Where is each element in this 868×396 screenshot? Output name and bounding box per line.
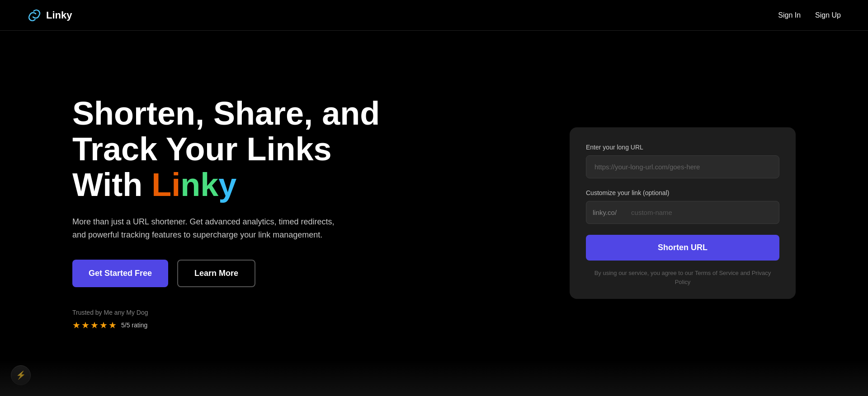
hero-buttons: Get Started Free Learn More [72, 260, 380, 287]
nav-links: Sign In Sign Up [778, 11, 841, 19]
logo[interactable]: Linky [27, 8, 72, 23]
long-url-input[interactable] [586, 155, 779, 178]
url-shortener-card: Enter your long URL Customize your link … [570, 127, 796, 299]
sign-up-link[interactable]: Sign Up [815, 11, 841, 19]
get-started-button[interactable]: Get Started Free [72, 260, 168, 287]
customize-row: linky.co/ [586, 201, 779, 224]
star-rating: ★★★★★ [72, 320, 118, 331]
hero-title: Shorten, Share, and Track Your Links Wit… [72, 96, 380, 203]
logo-icon [27, 8, 42, 23]
linky-brand-name: Linky [151, 167, 236, 203]
hero-description: More than just a URL shortener. Get adva… [72, 215, 335, 242]
navbar: Linky Sign In Sign Up [0, 0, 868, 31]
fab-button[interactable]: ⚡ [11, 365, 31, 385]
shorten-url-button[interactable]: Shorten URL [586, 235, 779, 261]
learn-more-button[interactable]: Learn More [177, 260, 255, 287]
logo-label: Linky [46, 9, 72, 21]
customize-label: Customize your link (optional) [586, 189, 779, 196]
long-url-label: Enter your long URL [586, 144, 779, 151]
hero-section: Shorten, Share, and Track Your Links Wit… [72, 96, 380, 331]
main-content: Shorten, Share, and Track Your Links Wit… [0, 31, 868, 396]
sign-in-link[interactable]: Sign In [778, 11, 801, 19]
url-card-container: Enter your long URL Customize your link … [570, 127, 796, 299]
terms-text: By using our service, you agree to our T… [586, 269, 779, 286]
url-prefix: linky.co/ [586, 201, 623, 224]
custom-name-input[interactable] [623, 201, 779, 224]
lightning-icon: ⚡ [16, 370, 26, 380]
trust-label: Trusted by Me any My Dog [72, 309, 380, 316]
rating-text: 5/5 rating [121, 321, 147, 329]
rating-row: ★★★★★ 5/5 rating [72, 320, 380, 331]
